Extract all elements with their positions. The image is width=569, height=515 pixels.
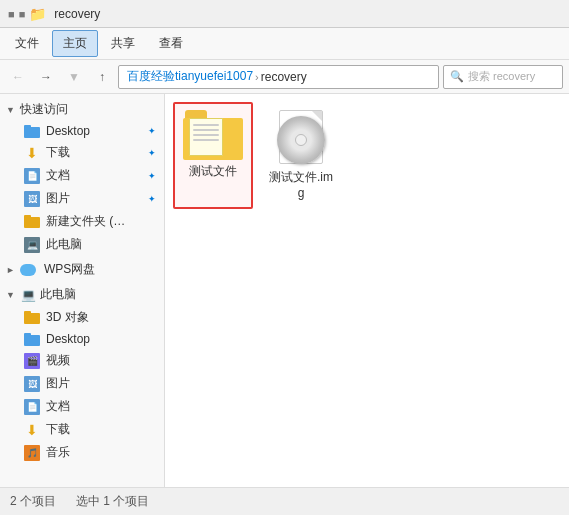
this-pc-label: 此电脑 — [40, 286, 76, 303]
quick-access-section: ▼ 快速访问 Desktop ✦ ⬇ 下载 ✦ 📄 文档 — [0, 98, 164, 256]
search-icon: 🔍 — [450, 70, 464, 83]
ribbon-tab-home[interactable]: 主页 — [52, 30, 98, 57]
pc-icon: 💻 — [20, 287, 36, 303]
main-area: ▼ 快速访问 Desktop ✦ ⬇ 下载 ✦ 📄 文档 — [0, 94, 569, 487]
sidebar-item-music[interactable]: 🎵 音乐 — [0, 441, 164, 464]
sidebar-item-desktop[interactable]: Desktop ✦ — [0, 121, 164, 141]
sidebar-item-documents[interactable]: 📄 文档 ✦ — [0, 164, 164, 187]
sidebar-item-newfolder[interactable]: 新建文件夹 (… — [0, 210, 164, 233]
nav-bar: ← → ▼ ↑ 百度经验tianyuefei1007 › recovery 🔍 … — [0, 60, 569, 94]
documents-icon: 📄 — [24, 168, 40, 184]
img-disc-icon — [277, 116, 325, 164]
forward-button[interactable]: → — [34, 65, 58, 89]
this-pc-section: ▼ 💻 此电脑 3D 对象 Desktop 🎬 视 — [0, 283, 164, 464]
title-bar-icon1: ■ — [8, 8, 15, 20]
file-item-folder[interactable]: 测试文件 — [173, 102, 253, 209]
sidebar-downloads2-label: 下载 — [46, 421, 70, 438]
address-bar[interactable]: 百度经验tianyuefei1007 › recovery — [118, 65, 439, 89]
title-text: recovery — [54, 7, 100, 21]
large-folder-icon — [183, 110, 243, 160]
thispc-chevron: ▼ — [6, 290, 16, 300]
pin-icon-dl: ✦ — [148, 148, 156, 158]
cloud-icon — [20, 264, 36, 276]
item-count: 2 个项目 — [10, 493, 56, 510]
search-box[interactable]: 🔍 搜索 recovery — [443, 65, 563, 89]
video-icon: 🎬 — [24, 353, 40, 369]
file-view[interactable]: 测试文件 测试文件.img — [165, 94, 569, 487]
folder-blue-icon — [24, 125, 40, 138]
back-button[interactable]: ← — [6, 65, 30, 89]
img-file-label: 测试文件.img — [267, 170, 335, 201]
ribbon-tab-share[interactable]: 共享 — [100, 30, 146, 57]
wps-section: ► WPS网盘 — [0, 258, 164, 281]
sidebar-video-label: 视频 — [46, 352, 70, 369]
pin-icon-pic: ✦ — [148, 194, 156, 204]
sidebar-item-thispc-quick[interactable]: 💻 此电脑 — [0, 233, 164, 256]
sidebar-item-downloads-label: 下载 — [46, 144, 70, 161]
sidebar-item-downloads[interactable]: ⬇ 下载 ✦ — [0, 141, 164, 164]
search-placeholder: 搜索 recovery — [468, 69, 535, 84]
recent-button[interactable]: ▼ — [62, 65, 86, 89]
wps-label: WPS网盘 — [44, 261, 95, 278]
sidebar-item-documents2[interactable]: 📄 文档 — [0, 395, 164, 418]
sidebar-3d-label: 3D 对象 — [46, 309, 89, 326]
pictures2-icon: 🖼 — [24, 376, 40, 392]
sidebar-item-3d[interactable]: 3D 对象 — [0, 306, 164, 329]
title-bar: ■ ■ 📁 recovery — [0, 0, 569, 28]
documents2-icon: 📄 — [24, 399, 40, 415]
new-folder-icon — [24, 215, 40, 228]
ribbon-tab-file[interactable]: 文件 — [4, 30, 50, 57]
quick-access-chevron: ▼ — [6, 105, 16, 115]
folder-paper-lines — [193, 124, 219, 144]
status-bar: 2 个项目 选中 1 个项目 — [0, 487, 569, 515]
sidebar-item-newfolder-label: 新建文件夹 (… — [46, 213, 125, 230]
title-bar-icons: ■ ■ 📁 — [8, 6, 46, 22]
quick-access-label: 快速访问 — [20, 101, 68, 118]
pictures-icon: 🖼 — [24, 191, 40, 207]
ribbon-tab-view[interactable]: 查看 — [148, 30, 194, 57]
sidebar-item-downloads2[interactable]: ⬇ 下载 — [0, 418, 164, 441]
sidebar-music-label: 音乐 — [46, 444, 70, 461]
folder-3d-icon — [24, 311, 40, 324]
download-icon: ⬇ — [24, 145, 40, 161]
sidebar: ▼ 快速访问 Desktop ✦ ⬇ 下载 ✦ 📄 文档 — [0, 94, 165, 487]
sidebar-item-desktop-label: Desktop — [46, 124, 90, 138]
address-separator: › — [255, 71, 259, 83]
pin-icon: ✦ — [148, 126, 156, 136]
sidebar-item-pictures2[interactable]: 🖼 图片 — [0, 372, 164, 395]
img-file-icon — [273, 110, 329, 166]
folder-desktop-icon — [24, 333, 40, 346]
pin-icon-doc: ✦ — [148, 171, 156, 181]
address-current: recovery — [261, 70, 307, 84]
sidebar-item-documents-label: 文档 — [46, 167, 70, 184]
download2-icon: ⬇ — [24, 422, 40, 438]
file-item-img[interactable]: 测试文件.img — [261, 102, 341, 209]
sidebar-desktop2-label: Desktop — [46, 332, 90, 346]
music-icon: 🎵 — [24, 445, 40, 461]
this-pc-header[interactable]: ▼ 💻 此电脑 — [0, 283, 164, 306]
img-disc-center — [295, 134, 307, 146]
title-folder-icon: 📁 — [29, 6, 46, 22]
quick-access-header[interactable]: ▼ 快速访问 — [0, 98, 164, 121]
pc-icon-quick: 💻 — [24, 237, 40, 253]
sidebar-documents2-label: 文档 — [46, 398, 70, 415]
wps-chevron: ► — [6, 265, 16, 275]
up-button[interactable]: ↑ — [90, 65, 114, 89]
folder-file-label: 测试文件 — [189, 164, 237, 180]
ribbon: 文件 主页 共享 查看 — [0, 28, 569, 60]
sidebar-item-pictures[interactable]: 🖼 图片 ✦ — [0, 187, 164, 210]
sidebar-item-desktop2[interactable]: Desktop — [0, 329, 164, 349]
sidebar-pictures2-label: 图片 — [46, 375, 70, 392]
sidebar-item-video[interactable]: 🎬 视频 — [0, 349, 164, 372]
wps-header[interactable]: ► WPS网盘 — [0, 258, 164, 281]
sidebar-item-pictures-label: 图片 — [46, 190, 70, 207]
sidebar-item-thispc-quick-label: 此电脑 — [46, 236, 82, 253]
title-bar-icon2: ■ — [19, 8, 26, 20]
address-link[interactable]: 百度经验tianyuefei1007 — [127, 68, 253, 85]
selected-count: 选中 1 个项目 — [76, 493, 149, 510]
